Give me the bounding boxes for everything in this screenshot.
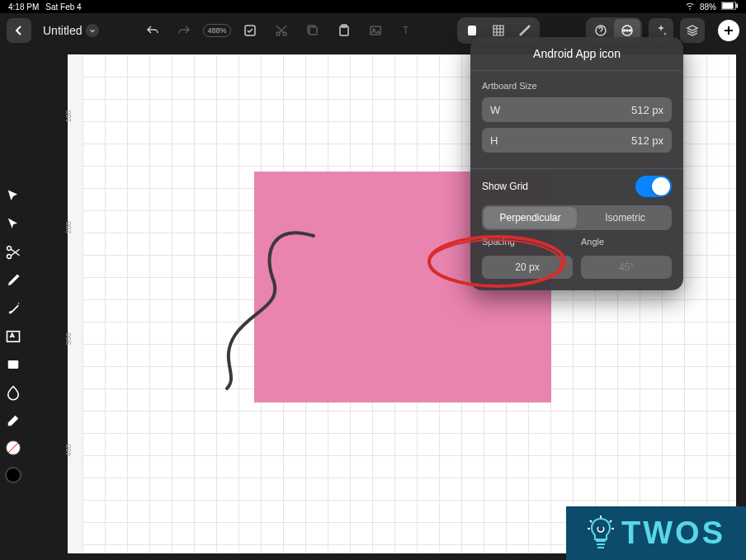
zoom-level[interactable]: 488% (203, 24, 230, 37)
height-value: 512 px (631, 134, 663, 147)
spacing-label: Spacing (482, 237, 573, 247)
svg-rect-2 (736, 4, 738, 8)
show-grid-label: Show Grid (482, 181, 528, 192)
left-toolbar (0, 48, 26, 560)
paint-tool[interactable] (5, 384, 21, 401)
text-tool[interactable] (5, 328, 21, 345)
brush-tool[interactable] (5, 300, 21, 317)
ruler-tick: 100 (64, 110, 73, 122)
seg-perpendicular[interactable]: Perpendicular (484, 207, 577, 228)
svg-point-15 (626, 30, 628, 31)
show-grid-toggle[interactable] (635, 176, 672, 197)
angle-label: Angle (581, 237, 672, 247)
fill-swatch[interactable] (6, 440, 21, 455)
svg-point-5 (283, 32, 286, 35)
copy-button[interactable] (300, 18, 325, 43)
svg-point-18 (7, 255, 12, 259)
pen-tool[interactable] (5, 272, 21, 289)
right-gutter (736, 48, 746, 560)
svg-rect-9 (371, 26, 380, 35)
seg-isometric[interactable]: Isometric (578, 205, 672, 230)
ruler-tick: 300 (64, 332, 73, 345)
image-button[interactable] (363, 18, 388, 43)
redo-button[interactable] (172, 18, 196, 43)
svg-point-17 (630, 30, 631, 31)
svg-rect-6 (309, 27, 317, 35)
eraser-tool[interactable] (5, 412, 21, 429)
svg-rect-21 (8, 360, 19, 369)
battery-pct: 88% (700, 2, 716, 12)
spacing-field[interactable]: 20 px (482, 256, 573, 279)
status-time: 4:18 PM (8, 2, 39, 12)
svg-point-16 (624, 30, 626, 31)
paste-button[interactable] (332, 18, 356, 43)
height-label: H (490, 134, 498, 147)
watermark-text: TWOS (621, 515, 725, 551)
cut-button[interactable] (269, 18, 294, 43)
direct-select-tool[interactable] (5, 216, 21, 233)
add-button[interactable] (718, 20, 739, 41)
popover-title: Android App icon (470, 37, 683, 68)
height-field[interactable]: H 512 px (482, 128, 672, 153)
chevron-down-icon (86, 24, 99, 37)
width-field[interactable]: W 512 px (482, 97, 672, 122)
ruler-tick: 400 (64, 444, 73, 456)
svg-point-19 (7, 247, 12, 251)
ruler-tick: 200 (64, 221, 73, 233)
svg-text:T: T (403, 25, 409, 36)
wifi-icon (685, 1, 695, 12)
vertical-ruler: 100 200 300 400 (68, 54, 83, 553)
svg-rect-12 (468, 26, 476, 35)
grid-type-segment[interactable]: Perpendicular Isometric (482, 205, 672, 230)
bulb-icon (587, 515, 615, 552)
document-title[interactable]: Untitled (38, 21, 104, 40)
shape-tool[interactable] (5, 356, 21, 373)
svg-rect-1 (722, 2, 733, 9)
width-value: 512 px (631, 104, 663, 116)
selection-button[interactable] (238, 18, 262, 43)
artboard-size-label: Artboard Size (482, 81, 672, 91)
scissors-tool[interactable] (5, 244, 21, 261)
watermark-twos: TWOS (566, 506, 746, 560)
layers-button[interactable] (680, 18, 705, 43)
title-text: Untitled (43, 24, 82, 37)
width-label: W (490, 104, 500, 116)
angle-field: 45° (581, 256, 672, 279)
svg-point-4 (276, 32, 280, 35)
freehand-curve-path[interactable] (173, 211, 322, 393)
back-button[interactable] (7, 18, 31, 43)
status-bar: 4:18 PM Sat Feb 4 88% (0, 0, 746, 13)
undo-button[interactable] (140, 18, 165, 43)
stroke-swatch[interactable] (5, 467, 21, 483)
cursor-tool[interactable] (5, 188, 21, 205)
status-date: Sat Feb 4 (45, 2, 81, 12)
artboard-settings-popover: Android App icon Artboard Size W 512 px … (470, 37, 683, 290)
text-button[interactable]: T (394, 18, 419, 43)
battery-icon (721, 2, 738, 12)
